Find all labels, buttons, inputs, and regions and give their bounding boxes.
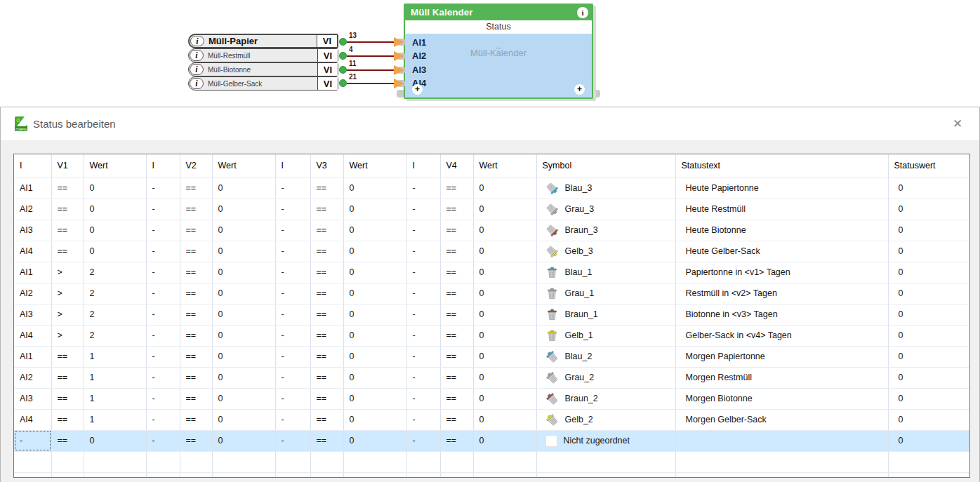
input-cell[interactable]: AI4	[14, 409, 51, 430]
empty-cell[interactable]	[310, 472, 343, 478]
input-cell[interactable]: -	[406, 241, 440, 262]
wert-cell[interactable]: 0	[343, 220, 406, 241]
input-cell[interactable]: -	[275, 241, 310, 262]
block-header[interactable]: Müll Kalender i	[405, 5, 592, 20]
input-block[interactable]: iMüll-BiotonneVI	[188, 62, 338, 76]
operator-cell[interactable]: ==	[310, 262, 343, 283]
operator-cell[interactable]: >	[51, 304, 84, 325]
symbol-cell[interactable]: Braun_3	[536, 220, 675, 241]
add-input-button[interactable]: +	[412, 84, 423, 95]
wert-cell[interactable]: 0	[473, 388, 536, 409]
statustext-cell[interactable]: Biotonne in <v3> Tagen	[675, 304, 888, 325]
input-cell[interactable]: -	[275, 409, 310, 430]
wert-cell[interactable]: 0	[84, 241, 146, 262]
operator-cell[interactable]: ==	[180, 199, 212, 220]
symbol-cell[interactable]: Blau_1	[536, 262, 675, 283]
wire[interactable]	[347, 69, 394, 71]
input-cell[interactable]: -	[406, 346, 440, 367]
empty-cell[interactable]	[536, 451, 675, 472]
empty-cell[interactable]	[675, 451, 888, 472]
input-cell[interactable]: -	[275, 199, 310, 220]
input-cell[interactable]: -	[275, 304, 310, 325]
symbol-cell[interactable]: Braun_1	[536, 304, 675, 325]
wert-cell[interactable]: 0	[212, 241, 275, 262]
input-block[interactable]: iMüll-RestmüllVI	[188, 48, 338, 62]
empty-cell[interactable]	[212, 451, 275, 472]
wert-cell[interactable]: 0	[212, 409, 275, 430]
input-cell[interactable]: AI3	[14, 220, 51, 241]
symbol-cell[interactable]: Blau_3	[536, 178, 675, 199]
input-cell[interactable]: AI3	[14, 388, 51, 409]
operator-cell[interactable]: ==	[310, 283, 343, 304]
statustext-cell[interactable]: Heute Papiertonne	[675, 178, 888, 199]
wert-cell[interactable]: 0	[343, 283, 406, 304]
vi-port[interactable]: VI	[317, 49, 338, 62]
table-row[interactable]: AI1==0-==0-==0-==0Blau_3Heute Papiertonn…	[14, 178, 970, 199]
table-row[interactable]: AI1>2-==0-==0-==0Blau_1Papiertonne in <v…	[14, 262, 970, 283]
input-cell[interactable]: -	[146, 283, 180, 304]
info-icon[interactable]: i	[190, 78, 204, 89]
output-dot[interactable]	[339, 52, 347, 60]
empty-cell[interactable]	[406, 472, 440, 478]
wert-cell[interactable]: 0	[473, 304, 536, 325]
input-cell[interactable]: -	[275, 430, 310, 451]
input-cell[interactable]: AI1	[14, 346, 51, 367]
operator-cell[interactable]: ==	[180, 325, 212, 346]
input-cell[interactable]: AI2	[14, 367, 51, 388]
operator-cell[interactable]: ==	[310, 430, 343, 451]
symbol-cell[interactable]: Grau_1	[536, 283, 675, 304]
wert-cell[interactable]: 0	[343, 346, 406, 367]
operator-cell[interactable]: ==	[310, 304, 343, 325]
statustext-cell[interactable]: Morgen Restmüll	[675, 367, 888, 388]
statuswert-cell[interactable]: 0	[888, 283, 970, 304]
operator-cell[interactable]: ==	[180, 262, 212, 283]
operator-cell[interactable]: ==	[440, 178, 473, 199]
operator-cell[interactable]: ==	[310, 241, 343, 262]
wert-cell[interactable]: 0	[343, 430, 406, 451]
wert-cell[interactable]: 0	[473, 325, 536, 346]
operator-cell[interactable]: ==	[440, 367, 473, 388]
wert-cell[interactable]: 0	[84, 199, 146, 220]
input-cell[interactable]: -	[275, 325, 310, 346]
muell-kalender-block[interactable]: Müll Kalender i Status AI1AI2AI3AI4 _ Mü…	[404, 4, 593, 99]
table-row[interactable]: -==0-==0-==0-==0Nicht zugeordnet0	[14, 430, 970, 451]
wert-cell[interactable]: 2	[84, 262, 146, 283]
input-block[interactable]: iMüll-Gelber-SackVI	[188, 76, 338, 91]
statuswert-cell[interactable]: 0	[888, 199, 970, 220]
statuswert-cell[interactable]: 0	[888, 178, 970, 199]
empty-cell[interactable]	[51, 451, 84, 472]
operator-cell[interactable]: ==	[440, 346, 473, 367]
close-icon[interactable]: ✕	[946, 107, 969, 140]
wert-cell[interactable]: 0	[212, 430, 275, 451]
input-cell[interactable]: -	[406, 199, 440, 220]
input-cell[interactable]: -	[146, 199, 180, 220]
empty-cell[interactable]	[675, 472, 888, 478]
statuswert-cell[interactable]: 0	[888, 346, 970, 367]
input-cell[interactable]: -	[406, 304, 440, 325]
input-cell[interactable]: -	[146, 409, 180, 430]
operator-cell[interactable]: ==	[310, 409, 343, 430]
wert-cell[interactable]: 0	[473, 199, 536, 220]
wert-cell[interactable]: 0	[343, 409, 406, 430]
input-cell[interactable]: AI4	[14, 241, 51, 262]
statuswert-cell[interactable]: 0	[888, 367, 970, 388]
input-cell[interactable]: AI3	[14, 304, 51, 325]
wert-cell[interactable]: 0	[84, 178, 146, 199]
table-row[interactable]: AI2==0-==0-==0-==0Grau_3Heute Restmüll0	[14, 199, 970, 220]
statustext-cell[interactable]: Morgen Papiertonne	[675, 346, 888, 367]
info-icon[interactable]: i	[190, 36, 204, 46]
input-cell[interactable]: -	[146, 367, 180, 388]
statuswert-cell[interactable]: 0	[888, 388, 970, 409]
wert-cell[interactable]: 0	[343, 304, 406, 325]
operator-cell[interactable]: ==	[180, 178, 212, 199]
operator-cell[interactable]: >	[51, 262, 84, 283]
operator-cell[interactable]: ==	[440, 220, 473, 241]
operator-cell[interactable]: ==	[310, 199, 343, 220]
input-cell[interactable]: -	[406, 220, 440, 241]
wert-cell[interactable]: 2	[84, 283, 146, 304]
input-cell[interactable]: -	[406, 325, 440, 346]
vi-port[interactable]: VI	[317, 35, 337, 47]
statuswert-cell[interactable]: 0	[888, 220, 970, 241]
wire[interactable]	[347, 55, 394, 57]
input-cell[interactable]: -	[406, 283, 440, 304]
